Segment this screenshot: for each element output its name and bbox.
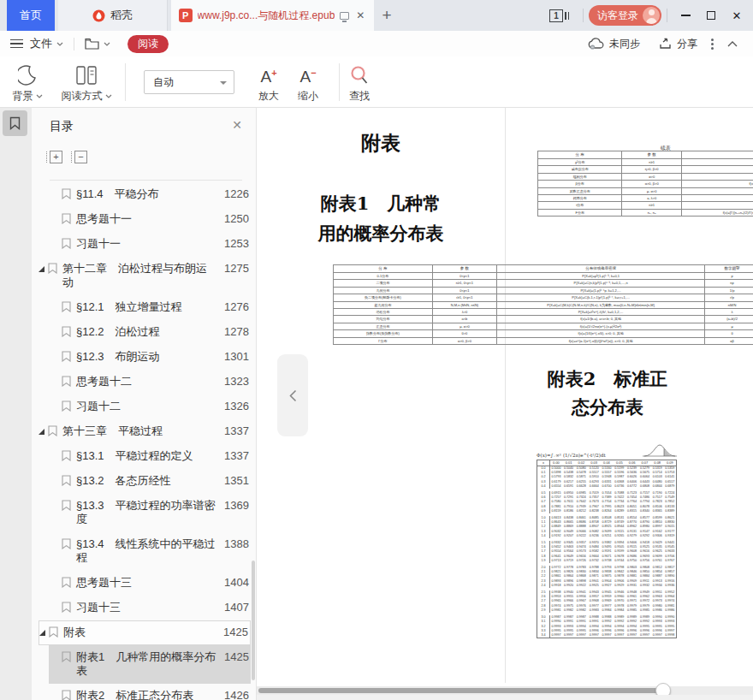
collapse-toolbar-icon[interactable] (727, 41, 738, 47)
more-options-icon[interactable] (711, 39, 714, 50)
table-row: 3.10.99900.99910.99910.99910.99920.99920… (537, 620, 677, 624)
toc-item-label: 思考题十三 (76, 576, 222, 590)
toc-item[interactable]: 习题十一1253 (49, 232, 251, 257)
table-header: 分 布参 数分布律或概率密度数学期望方 差 (334, 265, 753, 273)
table-row: 负二项分布(帕斯卡分布)r≥1, 0<p<1P{X=k}=C(k-1,r-1)p… (334, 294, 753, 301)
background-button[interactable]: 背景 (5, 62, 50, 104)
toc-item[interactable]: 第十三章 平稳过程1337 (39, 419, 251, 444)
table-row: 对数正态分布μ, σ>0f(x)=(1/√2πσx)e^(-(lnx-μ)²/2… (538, 187, 753, 194)
window-manager-button[interactable]: 1 (549, 0, 569, 31)
toc-scrollbar-thumb[interactable] (252, 561, 255, 680)
toc-item-label: §12.2 泊松过程 (76, 325, 222, 339)
maximize-button[interactable] (698, 0, 724, 31)
open-in-window-icon[interactable] (340, 12, 349, 20)
bookmark-icon (48, 425, 57, 436)
document-view: 附表 附表1 几种常 用的概率分布表 分 布参 数分布律或概率密度数学期望方 差… (257, 108, 753, 700)
table-row: 柯西分布a, λ>0f(x)=(1/π)·λ/[λ²+(x-a)²]不存在不存在 (538, 195, 753, 202)
toc-item[interactable]: 附表2 标准正态分布表1426 (49, 684, 251, 700)
share-label[interactable]: 分享 (677, 37, 697, 51)
table-row: 1.40.91920.92070.92220.92360.92510.92650… (537, 534, 677, 538)
tab-home[interactable]: 首页 (7, 0, 55, 31)
toc-item-label: 思考题十一 (76, 212, 222, 226)
open-folder-icon[interactable] (85, 38, 99, 50)
toc-item[interactable]: 思考题十三1404 (49, 571, 251, 596)
table-header: 分 布参 数分布律或概率密度数学期望方 差 (538, 151, 753, 159)
new-tab-button[interactable]: + (374, 0, 400, 31)
toc-item[interactable]: §13.3 平稳过程的功率谱密度1369 (49, 494, 251, 532)
minimize-button[interactable] (673, 0, 698, 31)
toc-close-icon[interactable]: ✕ (232, 118, 242, 132)
table-row: 二项分布n≥1, 0<p<1P{X=k}=C(n,k)pᵏ(1-p)ⁿ⁻ᵏ, k… (334, 280, 753, 287)
table-row: 1.20.88490.88690.88880.89070.89250.89440… (537, 525, 677, 529)
tab-close-icon[interactable]: ✕ (354, 9, 366, 21)
bookmark-panel-button[interactable] (3, 110, 27, 136)
hamburger-menu-icon[interactable] (10, 39, 23, 49)
toc-item[interactable]: §11.4 平稳分布1226 (49, 182, 251, 207)
table-body: 0-1分布0<p<1P{X=k}=pᵏ(1-p)¹⁻ᵏ, k=0,1pp(1-p… (334, 273, 753, 345)
close-button[interactable]: ✕ (724, 0, 750, 31)
standard-normal-table: x0.000.010.020.030.040.050.060.070.080.0… (537, 460, 677, 638)
tab-home-label: 首页 (20, 8, 42, 23)
chevron-down-icon (220, 81, 227, 85)
share-icon[interactable] (659, 38, 672, 50)
moon-icon (18, 65, 37, 86)
toc-item[interactable]: 习题十二1326 (49, 394, 251, 419)
bookmark-icon (62, 351, 71, 362)
zoom-level-select[interactable]: 自动 (144, 70, 234, 94)
toc-item[interactable]: §13.2 各态历经性1351 (49, 469, 251, 494)
toc-item[interactable]: 思考题十一1250 (49, 207, 251, 232)
book-pages-icon (74, 65, 98, 86)
standard-normal-section: Φ(x)=∫₋∞ˣ (1/√2π)e^(-t²/2)dt x0.000.010.… (537, 441, 677, 638)
guest-login-button[interactable]: 访客登录 (589, 5, 661, 26)
divider (125, 63, 126, 101)
document-tab-title: www.j9p.co...与随机过程.epub (198, 9, 335, 23)
read-mode-button[interactable]: 阅读 (127, 35, 169, 53)
collapse-all-icon[interactable]: − (74, 151, 87, 163)
toc-item-label: 习题十一 (76, 237, 222, 251)
zoom-out-button[interactable]: A− 缩小 (291, 62, 325, 104)
expand-triangle-icon[interactable] (39, 266, 44, 272)
toc-item[interactable]: §13.1 平稳过程的定义1337 (49, 444, 251, 469)
chevron-down-icon (36, 94, 43, 98)
toc-item[interactable]: §12.1 独立增量过程1276 (49, 295, 251, 320)
table-row: 泊松分布λ>0P{X=k}=λᵏe^(-λ)/k!, k=0,1,2,…λλ (334, 309, 753, 316)
toc-item-page: 1253 (222, 237, 249, 251)
toc-item-page: 1323 (222, 375, 249, 389)
main-area: 目录 ✕ + − §11.4 平稳分布1226思考题十一1250习题十一1253… (0, 108, 753, 700)
tab-docer[interactable]: 稻壳 (58, 0, 168, 31)
expand-all-icon[interactable]: + (50, 151, 62, 163)
toc-item-label: §13.1 平稳过程的定义 (76, 449, 222, 463)
tab-document[interactable]: P www.j9p.co...与随机过程.epub ✕ (171, 0, 374, 31)
toc-item[interactable]: 习题十三1407 (49, 596, 251, 620)
table-row: 2.40.99180.99200.99220.99250.99270.99290… (537, 584, 677, 588)
chevron-left-icon (289, 389, 297, 402)
expand-triangle-icon[interactable] (39, 630, 45, 636)
file-menu[interactable]: 文件 (30, 36, 52, 51)
toc-item[interactable]: 思考题十二1323 (49, 370, 251, 394)
toc-item[interactable]: §13.4 线性系统中的平稳过程1388 (49, 532, 251, 571)
expand-triangle-icon[interactable] (39, 429, 44, 435)
sidebar-collapse-button[interactable] (277, 354, 308, 436)
toc-item[interactable]: §12.3 布朗运动1301 (49, 345, 251, 370)
view-mode-button[interactable]: 阅读方式 (53, 62, 120, 104)
bookmark-icon (48, 263, 57, 274)
toc-item-page: 1250 (222, 212, 249, 226)
table-row: 3.40.99970.99970.99970.99970.99970.99970… (537, 633, 677, 638)
toc-item-page: 1407 (222, 601, 249, 614)
horizontal-scrollbar-thumb[interactable] (258, 688, 662, 693)
bookmark-icon (62, 538, 71, 549)
appendix-table1-heading: 附表1 几种常 用的概率分布表 (295, 188, 466, 248)
zoom-in-button[interactable]: A+ 放大 (252, 62, 286, 104)
toc-item[interactable]: 附表1 几种常用的概率分布表1425 (49, 645, 251, 684)
toc-item[interactable]: 第十二章 泊松过程与布朗运动1275 (39, 257, 251, 295)
toc-item[interactable]: §12.2 泊松过程1278 (49, 320, 251, 345)
find-button[interactable]: 查找 (342, 62, 376, 104)
table-row: 超几何分布N,M,n (M≤N, n≤N)P{X=k}=C(M,k)C(N-M,… (334, 301, 753, 308)
chevron-down-icon[interactable] (104, 42, 110, 46)
toc-item[interactable]: 附表1425 (39, 620, 251, 645)
cloud-sync-icon[interactable] (588, 38, 604, 50)
font-increase-icon: A+ (260, 64, 276, 86)
bookmark-icon (62, 602, 71, 613)
toc-item-label: 附表1 几种常用的概率分布表 (76, 650, 222, 678)
toc-item-label: §13.4 线性系统中的平稳过程 (76, 537, 222, 565)
